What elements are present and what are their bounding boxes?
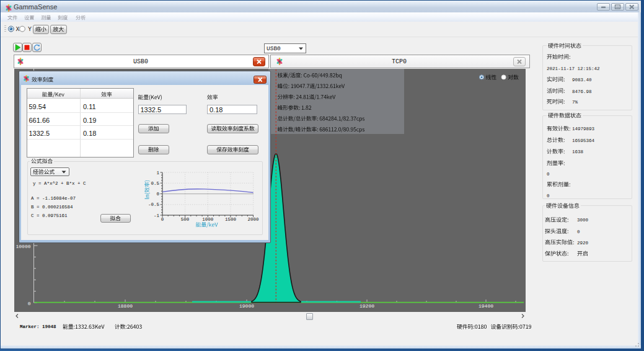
- svg-text:10000: 10000: [15, 244, 30, 249]
- svg-text:19000: 19000: [239, 303, 254, 309]
- svg-text:19200: 19200: [359, 303, 374, 309]
- svg-text:0: 0: [28, 301, 31, 306]
- svg-text:19400: 19400: [479, 303, 493, 309]
- svg-text:18800: 18800: [118, 303, 133, 309]
